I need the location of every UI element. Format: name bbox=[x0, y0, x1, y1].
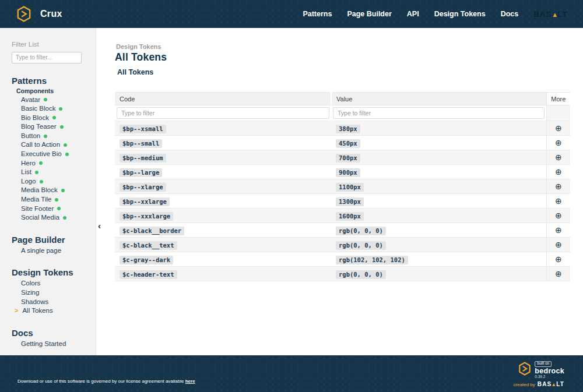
sidebar: Filter List Patterns Components Avatar B… bbox=[0, 28, 96, 355]
sidebar-item-button[interactable]: Button bbox=[21, 132, 91, 141]
expand-row-button[interactable]: ⊕ bbox=[555, 153, 562, 161]
token-value: 450px bbox=[336, 139, 360, 148]
sidebar-item-site-footer[interactable]: Site Footer bbox=[21, 204, 91, 214]
sidebar-item-media-block[interactable]: Media Block bbox=[21, 186, 91, 195]
table-row: $c-black__text rgb(0, 0, 0) ⊕ bbox=[115, 238, 570, 252]
status-dot-icon bbox=[40, 180, 43, 183]
bedrock-version: 0.39.2 bbox=[535, 375, 545, 379]
sidebar-item-label: Button bbox=[21, 132, 40, 141]
expand-row-button[interactable]: ⊕ bbox=[555, 270, 562, 278]
token-code: $c-black__border bbox=[120, 227, 184, 235]
sidebar-heading-docs[interactable]: Docs bbox=[12, 328, 91, 338]
created-by-label: created by bbox=[513, 382, 535, 387]
table-row: $c-black__border rgb(0, 0, 0) ⊕ bbox=[115, 223, 570, 238]
sidebar-item-label: Bio Block bbox=[21, 114, 49, 123]
sidebar-item-shadows[interactable]: Shadows bbox=[21, 298, 91, 307]
table-filter-row bbox=[115, 105, 570, 121]
token-value: 1600px bbox=[336, 212, 364, 221]
expand-row-button[interactable]: ⊕ bbox=[555, 139, 562, 147]
sidebar-heading-page-builder[interactable]: Page Builder bbox=[12, 235, 91, 245]
sidebar-item-list[interactable]: List bbox=[21, 168, 91, 177]
expand-row-button[interactable]: ⊕ bbox=[555, 226, 562, 234]
expand-row-button[interactable]: ⊕ bbox=[555, 168, 562, 176]
license-here-link[interactable]: here bbox=[185, 379, 195, 384]
status-dot-icon bbox=[35, 171, 38, 174]
expand-row-button[interactable]: ⊕ bbox=[555, 241, 562, 249]
token-code: $bp--large bbox=[120, 168, 162, 177]
sidebar-item-label: Executive Bio bbox=[21, 150, 62, 159]
status-dot-icon bbox=[44, 98, 47, 101]
app-window: Crux Patterns Page Builder API Design To… bbox=[0, 0, 583, 392]
sidebar-item-sizing[interactable]: Sizing bbox=[21, 288, 91, 298]
created-by-row: created by BAS▲LT bbox=[513, 381, 564, 387]
expand-row-button[interactable]: ⊕ bbox=[555, 197, 562, 205]
table-row: $bp--xsmall 380px ⊕ bbox=[115, 121, 570, 136]
sidebar-heading-patterns[interactable]: Patterns bbox=[12, 76, 91, 86]
sidebar-item-label: All Tokens bbox=[22, 306, 52, 316]
breadcrumb: Design Tokens bbox=[116, 43, 570, 50]
expand-row-button[interactable]: ⊕ bbox=[555, 124, 562, 132]
sidebar-item-media-tile[interactable]: Media Tile bbox=[21, 195, 91, 204]
table-header-row: Code Value More bbox=[115, 93, 570, 105]
sidebar-item-blog-teaser[interactable]: Blog Teaser bbox=[21, 122, 91, 132]
token-value: 380px bbox=[336, 125, 360, 133]
brand[interactable]: Crux bbox=[16, 6, 62, 22]
basalt-text: BAS bbox=[538, 381, 552, 387]
expand-row-button[interactable]: ⊕ bbox=[555, 182, 562, 190]
expand-row-button[interactable]: ⊕ bbox=[555, 211, 562, 220]
top-navigation-bar: Crux Patterns Page Builder API Design To… bbox=[0, 0, 583, 28]
nav-item-docs[interactable]: Docs bbox=[501, 10, 519, 18]
basalt-footer-logo[interactable]: BAS▲LT bbox=[538, 381, 564, 387]
sidebar-item-executive-bio[interactable]: Executive Bio bbox=[21, 150, 91, 159]
sidebar-item-a-single-page[interactable]: A single page bbox=[21, 246, 91, 256]
sidebar-item-basic-block[interactable]: Basic Block bbox=[21, 104, 91, 114]
footer-brand-block: built on bedrock 0.39.2 created by BAS▲L… bbox=[513, 361, 564, 387]
code-filter-input[interactable] bbox=[117, 107, 329, 119]
sidebar-filter-input[interactable] bbox=[12, 52, 82, 63]
sidebar-item-bio-block[interactable]: Bio Block bbox=[21, 114, 91, 123]
column-header-code: Code bbox=[115, 93, 331, 105]
license-sentence: Download or use of this software is gove… bbox=[17, 379, 184, 384]
sidebar-item-label: Sizing bbox=[21, 288, 39, 298]
nav-item-api[interactable]: API bbox=[407, 10, 419, 18]
tokens-table: Code Value More $bp--xsmall 380px ⊕ bbox=[115, 92, 570, 281]
brand-name: Crux bbox=[40, 9, 62, 19]
token-code: $bp--small bbox=[120, 139, 162, 148]
sidebar-collapse-chevron-icon[interactable]: ‹ bbox=[98, 221, 101, 230]
table-row: $bp--medium 700px ⊕ bbox=[115, 150, 570, 165]
sidebar-item-logo[interactable]: Logo bbox=[21, 177, 91, 186]
nav-item-design-tokens[interactable]: Design Tokens bbox=[434, 10, 486, 18]
status-dot-icon bbox=[59, 107, 62, 111]
sidebar-item-call-to-action[interactable]: Call to Action bbox=[21, 140, 91, 150]
token-code: $c-gray--dark bbox=[120, 256, 173, 264]
content-shell: Filter List Patterns Components Avatar B… bbox=[0, 28, 583, 355]
nav-item-page-builder[interactable]: Page Builder bbox=[347, 10, 391, 18]
token-code: $c-black__text bbox=[120, 241, 177, 250]
expand-row-button[interactable]: ⊕ bbox=[555, 255, 562, 263]
sidebar-item-label: Getting Started bbox=[21, 340, 66, 349]
value-filter-input[interactable] bbox=[333, 107, 545, 119]
token-value: 1300px bbox=[336, 197, 364, 206]
basalt-logo[interactable]: BAS▲LT bbox=[533, 10, 568, 19]
sidebar-item-avatar[interactable]: Avatar bbox=[21, 96, 91, 105]
sidebar-item-colors[interactable]: Colors bbox=[21, 279, 91, 288]
status-dot-icon bbox=[65, 153, 69, 156]
token-value: 700px bbox=[336, 154, 360, 163]
table-row: $bp--small 450px ⊕ bbox=[115, 136, 570, 150]
sidebar-item-social-media[interactable]: Social Media bbox=[21, 213, 91, 223]
sidebar-item-getting-started[interactable]: Getting Started bbox=[21, 340, 91, 349]
built-on-tag: built on bbox=[535, 361, 552, 367]
bedrock-meta: built on bedrock 0.39.2 bbox=[535, 361, 564, 379]
sidebar-item-hero[interactable]: Hero bbox=[21, 159, 91, 168]
page-title: All Tokens bbox=[115, 51, 570, 63]
status-dot-icon bbox=[61, 189, 65, 192]
status-dot-icon bbox=[52, 116, 56, 119]
sidebar-item-all-tokens-active[interactable]: >All Tokens bbox=[21, 306, 91, 316]
sidebar-heading-design-tokens[interactable]: Design Tokens bbox=[12, 267, 91, 277]
bedrock-hexagon-icon bbox=[518, 362, 531, 378]
token-code: $bp--xxlarge bbox=[120, 197, 170, 206]
token-value: rgb(0, 0, 0) bbox=[336, 227, 386, 235]
token-code: $bp--xsmall bbox=[120, 125, 166, 133]
nav-item-patterns[interactable]: Patterns bbox=[303, 10, 332, 18]
token-value: rgb(0, 0, 0) bbox=[336, 270, 386, 279]
